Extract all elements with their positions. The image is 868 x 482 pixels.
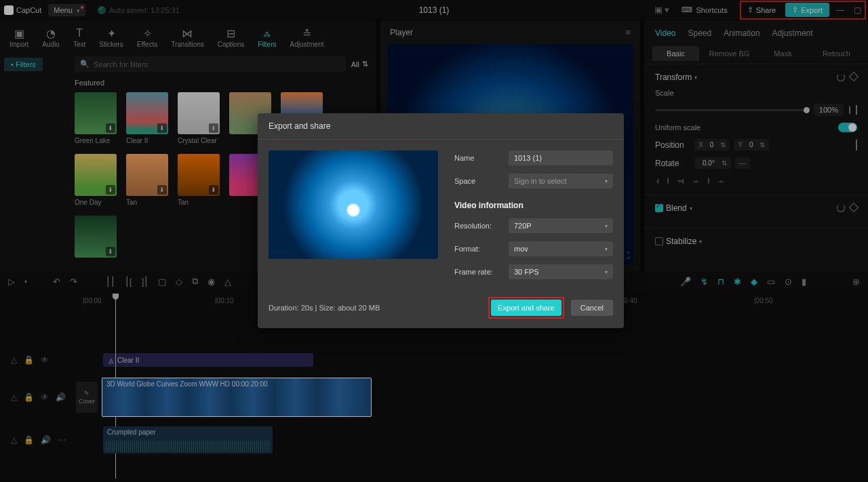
tab-text[interactable]: TText	[66, 24, 92, 51]
settings-icon[interactable]: ⊙	[785, 277, 792, 287]
uniform-scale-toggle[interactable]	[838, 123, 857, 132]
tab-animation[interactable]: Animation	[724, 28, 760, 38]
tool-dropdown-icon[interactable]: ▾	[24, 279, 27, 285]
download-icon[interactable]: ⬇	[106, 185, 115, 195]
checkbox-icon[interactable]	[655, 237, 663, 245]
mute-icon[interactable]: △	[11, 435, 17, 445]
sidebar-item-filters[interactable]: • Filters	[4, 58, 43, 71]
filter-thumb[interactable]: ⬇Crystal Clear	[178, 92, 220, 144]
preview-icon[interactable]: ◆	[751, 277, 757, 287]
subtab-retouch[interactable]: Retouch	[813, 46, 860, 61]
warning-icon[interactable]: △	[224, 277, 231, 287]
zoom-fit-icon[interactable]: ⊕	[852, 277, 860, 287]
visible-icon[interactable]: 👁	[41, 355, 49, 365]
tab-stickers[interactable]: ✦Stickers	[92, 24, 130, 51]
mute-icon[interactable]: △	[11, 393, 17, 402]
filter-thumb[interactable]: ⬇Tan	[126, 154, 168, 206]
filter-thumb[interactable]: ⬇	[75, 216, 117, 260]
crop-icon[interactable]: ▢	[158, 277, 166, 287]
mask-icon[interactable]: ◇	[176, 277, 182, 287]
keyframe-icon[interactable]	[849, 203, 859, 212]
scale-value[interactable]: 100%	[814, 104, 844, 116]
split-icon[interactable]: ⎮⎮	[106, 277, 115, 287]
lock-icon[interactable]: 🔒	[24, 435, 34, 445]
subtab-basic[interactable]: Basic	[652, 46, 699, 61]
keyframe-icon[interactable]	[856, 140, 857, 150]
download-icon[interactable]: ⬇	[209, 123, 218, 133]
cover-button[interactable]: ✎Cover	[76, 382, 98, 413]
tab-adjustment-right[interactable]: Adjustment	[772, 28, 813, 38]
checkbox-icon[interactable]	[655, 204, 663, 212]
export-button[interactable]: ⇧ Export	[785, 3, 829, 17]
tab-transitions[interactable]: ⋈Transitions	[164, 24, 211, 51]
subtab-removebg[interactable]: Remove BG	[706, 46, 753, 61]
tab-filters[interactable]: ஃFilters	[251, 24, 283, 51]
keyframe-icon[interactable]	[856, 105, 857, 115]
export-and-share-button[interactable]: Export and share	[491, 300, 561, 316]
aspect-ratio-icon[interactable]: ▣ ▾	[654, 5, 670, 15]
undo-icon[interactable]: ↶	[53, 277, 60, 287]
more-icon[interactable]: ⋯	[58, 435, 66, 445]
tab-import[interactable]: ▣Import	[3, 24, 35, 51]
search-input[interactable]: 🔍 Search for filters	[75, 56, 346, 72]
position-x-input[interactable]: X0⇅	[694, 139, 730, 150]
tab-effects[interactable]: ✧Effects	[130, 24, 164, 51]
copy-icon[interactable]: ⧉	[192, 276, 198, 287]
volume-icon[interactable]: 🔊	[56, 393, 66, 402]
track-icon[interactable]: ▭	[767, 277, 775, 287]
clip-filter[interactable]: ◬Clear II	[103, 353, 313, 367]
scale-slider[interactable]	[655, 109, 807, 111]
tab-speed[interactable]: Speed	[688, 28, 711, 38]
filter-thumb[interactable]: ⬇Green Lake	[75, 92, 117, 144]
filter-thumb[interactable]: ⬇Clear II	[126, 92, 168, 144]
link-icon[interactable]: ↯	[701, 277, 708, 287]
align-bottom-icon[interactable]: ⫠	[717, 176, 726, 186]
space-select[interactable]: Sign in to select▾	[509, 174, 613, 188]
shortcuts-button[interactable]: ⌨ Shortcuts	[676, 3, 732, 16]
download-icon[interactable]: ⬇	[106, 247, 115, 256]
rotate-reset[interactable]: —	[735, 157, 750, 169]
align-center-v-icon[interactable]: ⫲	[707, 176, 710, 186]
trim-left-icon[interactable]: ⎮[	[125, 277, 132, 287]
share-button[interactable]: ⇪ Share	[742, 3, 781, 16]
snap-icon[interactable]: ✱	[734, 277, 741, 287]
mic-icon[interactable]: 🎤	[680, 277, 691, 287]
download-icon[interactable]: ⬇	[106, 123, 115, 133]
resolution-select[interactable]: 720P▾	[509, 218, 613, 233]
all-dropdown[interactable]: All ⇅	[351, 60, 368, 68]
rotate-input[interactable]: 0.0°⇅	[694, 157, 731, 169]
tab-captions[interactable]: ⊟Captions	[211, 24, 251, 51]
redo-icon[interactable]: ↷	[70, 277, 77, 287]
menu-button[interactable]: Menu	[48, 4, 85, 16]
filter-thumb[interactable]: ⬇One Day	[75, 154, 117, 206]
subtab-mask[interactable]: Mask	[760, 46, 806, 61]
align-left-icon[interactable]: ⫞	[655, 176, 660, 186]
tab-video[interactable]: Video	[655, 28, 675, 38]
reset-icon[interactable]	[849, 105, 850, 115]
mute-icon[interactable]: △	[11, 355, 17, 365]
position-y-input[interactable]: Y0⇅	[734, 139, 769, 150]
format-select[interactable]: mov▾	[509, 241, 613, 256]
name-input[interactable]: 1013 (1)	[509, 150, 613, 165]
collapse-icon[interactable]: ▮	[802, 277, 806, 287]
keyframe-icon[interactable]	[849, 72, 859, 81]
visible-icon[interactable]: 👁	[41, 393, 49, 402]
align-top-icon[interactable]: ⫠	[692, 176, 701, 186]
magnet-icon[interactable]: ⊓	[717, 277, 724, 287]
clip-video[interactable]: 3D World Globe Curves Zoom WWW HD 00:00:…	[102, 378, 372, 417]
reset-icon[interactable]	[837, 204, 845, 212]
filter-thumb[interactable]: ⬇Tan	[178, 154, 220, 206]
align-right-icon[interactable]: ⫤	[676, 176, 685, 186]
download-icon[interactable]: ⬇	[157, 123, 167, 133]
framerate-select[interactable]: 30 FPS▾	[509, 264, 613, 279]
cancel-button[interactable]: Cancel	[571, 300, 613, 316]
download-icon[interactable]: ⬇	[157, 185, 167, 195]
download-icon[interactable]: ⬇	[209, 185, 218, 195]
trim-right-icon[interactable]: ]⎮	[142, 277, 149, 287]
volume-icon[interactable]: 🔊	[41, 435, 51, 445]
record-icon[interactable]: ◉	[208, 277, 215, 287]
minimize-icon[interactable]: —	[833, 5, 847, 15]
tab-audio[interactable]: ◔Audio	[35, 24, 66, 51]
player-menu-icon[interactable]: ≡	[625, 27, 631, 37]
pointer-tool-icon[interactable]: ▷	[8, 277, 15, 287]
